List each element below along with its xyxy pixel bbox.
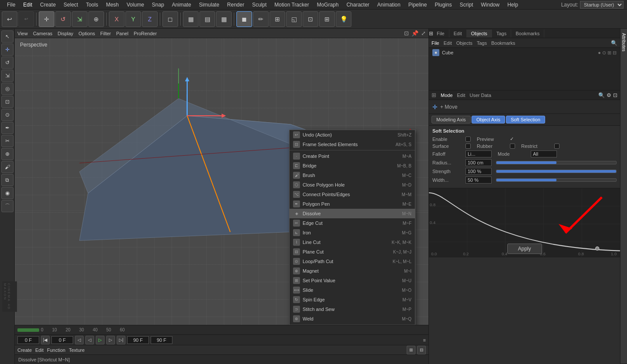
vp-panel-menu[interactable]: Panel bbox=[116, 31, 128, 36]
menu-simulate[interactable]: Simulate bbox=[196, 1, 223, 9]
vp-icon-pin[interactable]: 📌 bbox=[411, 30, 418, 37]
menu-sculpt[interactable]: Sculpt bbox=[249, 1, 270, 9]
bend-btn[interactable]: ⌒ bbox=[1, 200, 13, 212]
paint-btn[interactable]: ✏ bbox=[253, 11, 269, 27]
polygon-pen-btn[interactable]: ✒ bbox=[1, 122, 13, 134]
modeling-axis-tab[interactable]: Modeling Axis bbox=[431, 116, 471, 124]
rpanel-objects-tab[interactable]: Objects bbox=[467, 30, 492, 37]
rubber-checkbox[interactable] bbox=[510, 144, 515, 149]
ctx-spin-edge[interactable]: ↻ Spin Edge M~V bbox=[290, 295, 415, 304]
menu-motion-tracker[interactable]: Motion Tracker bbox=[271, 1, 312, 9]
object-axis-tab[interactable]: Object Axis bbox=[472, 116, 505, 124]
ctx-frame-selected[interactable]: ⊡ Frame Selected Elements Alt+S, S bbox=[290, 140, 415, 149]
texture-btn[interactable]: ⊞ bbox=[270, 11, 285, 27]
anim-ctrl-2[interactable]: ⊟ bbox=[417, 346, 426, 354]
anim-ctrl-1[interactable]: ⊞ bbox=[407, 346, 415, 354]
move-btn[interactable]: ✛ bbox=[39, 11, 54, 27]
vtab-attributes[interactable]: Attributes bbox=[620, 29, 627, 364]
props-gear-icon[interactable]: ⚙ bbox=[607, 92, 611, 98]
universal-btn[interactable]: ⊕ bbox=[88, 11, 104, 27]
ctx-polygon-pen[interactable]: ✒ Polygon Pen M~E bbox=[290, 199, 415, 209]
ctx-magnet[interactable]: ⊕ Magnet M~I bbox=[290, 266, 415, 276]
brush-btn[interactable]: 🖌 bbox=[1, 161, 13, 173]
rpanel-edit-tab[interactable]: Edit bbox=[449, 30, 467, 37]
vp-prorender-menu[interactable]: ProRender bbox=[134, 31, 157, 36]
anim-create-tab[interactable]: Create bbox=[17, 347, 32, 353]
cube-vis-icon-4[interactable]: ⊟ bbox=[613, 50, 617, 56]
eyedrop-btn[interactable]: ◉ bbox=[1, 187, 13, 199]
box-select-btn[interactable]: ⊡ bbox=[1, 96, 13, 108]
next-key-btn[interactable]: ▷| bbox=[117, 336, 125, 344]
set-start-btn[interactable]: |◀ bbox=[41, 336, 50, 344]
radius-slider[interactable] bbox=[496, 161, 617, 164]
strength-slider[interactable] bbox=[496, 170, 617, 173]
props-mode-tab[interactable]: Mode bbox=[441, 93, 453, 98]
cube-vis-icon-1[interactable]: ● bbox=[598, 50, 601, 56]
menu-edit[interactable]: Edit bbox=[20, 1, 36, 9]
move-tool-btn[interactable]: ✛ bbox=[1, 43, 13, 56]
surface-checkbox[interactable] bbox=[465, 144, 471, 149]
menu-window[interactable]: Window bbox=[477, 1, 503, 9]
ctx-slide[interactable]: ⟺ Slide M~O bbox=[290, 285, 415, 295]
menu-tools[interactable]: Tools bbox=[82, 1, 101, 9]
ctx-undo[interactable]: ↩ Undo (Action) Shift+Z bbox=[290, 130, 415, 140]
next-frame-btn[interactable]: ▷ bbox=[106, 336, 115, 344]
rpanel-bookmarks-tab[interactable]: Bookmarks bbox=[511, 30, 544, 37]
menu-character[interactable]: Character bbox=[343, 1, 373, 9]
y-axis-btn[interactable]: Y bbox=[125, 11, 141, 27]
ctx-connect[interactable]: ⌥ Connect Points/Edges M~M bbox=[290, 190, 415, 199]
menu-render[interactable]: Render bbox=[224, 1, 248, 9]
ctx-line-cut[interactable]: ⌇ Line Cut K~K, M~K bbox=[290, 237, 415, 247]
props-search-icon[interactable]: 🔍 bbox=[598, 92, 605, 98]
magnet-btn[interactable]: ⊕ bbox=[1, 148, 13, 160]
ctx-plane-cut[interactable]: ⊟ Plane Cut K~J, M~J bbox=[290, 247, 415, 257]
ctx-iron[interactable]: ⊾ Iron M~G bbox=[290, 228, 415, 237]
menu-script[interactable]: Script bbox=[456, 1, 477, 9]
undo-btn[interactable]: ↩ bbox=[2, 11, 17, 27]
falloff-input[interactable] bbox=[465, 150, 492, 157]
ctx-loop-path-cut[interactable]: ⊙ Loop/Path Cut K~L, M~L bbox=[290, 257, 415, 266]
vp-filter-menu[interactable]: Filter bbox=[100, 31, 111, 36]
timeline[interactable]: 0 10 20 30 40 50 60 bbox=[15, 325, 428, 334]
anim-function-tab[interactable]: Function bbox=[47, 347, 65, 353]
apply-button[interactable]: Apply bbox=[507, 244, 542, 254]
obj-search-icon[interactable]: 🔍 bbox=[611, 40, 617, 46]
play-btn[interactable]: ▷ bbox=[96, 336, 104, 344]
menu-file[interactable]: File bbox=[3, 1, 19, 9]
cube-vis-icon-2[interactable]: ⊙ bbox=[602, 50, 606, 56]
knife-btn[interactable]: ✂ bbox=[1, 135, 13, 147]
render-frame-btn[interactable]: ▦ bbox=[183, 11, 199, 27]
ctx-edge-cut[interactable]: ✂ Edge Cut M~F bbox=[290, 218, 415, 228]
menu-create[interactable]: Create bbox=[37, 1, 59, 9]
width-slider[interactable] bbox=[496, 178, 617, 182]
soft-selection-tab[interactable]: Soft Selection bbox=[506, 116, 545, 124]
start-frame-input[interactable] bbox=[51, 336, 73, 344]
radius-input[interactable] bbox=[465, 159, 492, 166]
loop-select-btn[interactable]: ⊙ bbox=[1, 109, 13, 121]
end-frame-input[interactable] bbox=[127, 336, 149, 344]
x-axis-btn[interactable]: X bbox=[109, 11, 125, 27]
paint-bucket-btn[interactable]: ⧉ bbox=[1, 174, 13, 186]
menu-animate[interactable]: Animate bbox=[169, 1, 195, 9]
curve-chart[interactable]: 0.0 0.2 0.4 0.6 0.8 1.0 0.8 0.4 bbox=[429, 188, 620, 257]
scale-tool-btn[interactable]: ⇲ bbox=[1, 70, 13, 82]
ctx-set-point[interactable]: ⊞ Set Point Value M~U bbox=[290, 276, 415, 285]
render-all-btn[interactable]: ▦ bbox=[216, 11, 232, 27]
vp-display-menu[interactable]: Display bbox=[57, 31, 73, 36]
3d-viewport[interactable]: Perspective bbox=[15, 38, 428, 325]
rpanel-tags-tab[interactable]: Tags bbox=[492, 30, 511, 37]
ctx-bridge[interactable]: ⊏ Bridge M~B, B bbox=[290, 161, 415, 170]
props-icon-3[interactable]: ⊡ bbox=[613, 92, 617, 98]
props-userdata-tab[interactable]: User Data bbox=[470, 93, 492, 98]
vp-options-menu[interactable]: Options bbox=[78, 31, 95, 36]
render-region-btn[interactable]: ▤ bbox=[199, 11, 215, 27]
strength-input[interactable] bbox=[465, 168, 492, 175]
obj-objects-tab[interactable]: Objects bbox=[456, 40, 472, 46]
wireframe-btn[interactable]: ⊡ bbox=[303, 11, 318, 27]
anim-texture-tab[interactable]: Texture bbox=[69, 347, 84, 353]
ctx-stitch[interactable]: ⊃ Stitch and Sew M~P bbox=[290, 304, 415, 314]
menu-volume[interactable]: Volume bbox=[123, 1, 148, 9]
z-axis-btn[interactable]: Z bbox=[142, 11, 158, 27]
menu-snap[interactable]: Snap bbox=[148, 1, 168, 9]
obj-tags-tab[interactable]: Tags bbox=[477, 40, 487, 46]
